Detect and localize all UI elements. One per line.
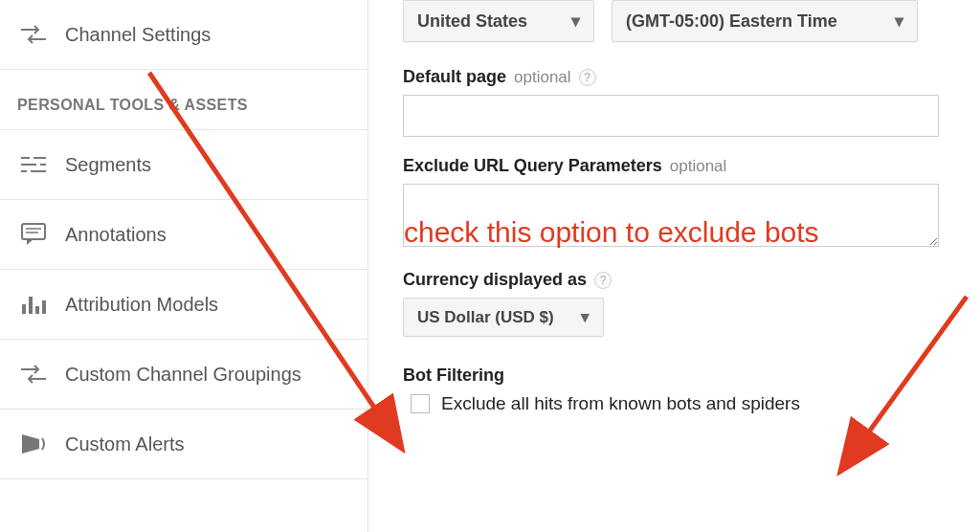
sidebar-item-custom-channel-groupings[interactable]: Custom Channel Groupings <box>0 340 368 410</box>
svg-rect-18 <box>22 440 26 448</box>
optional-text: optional <box>514 68 571 87</box>
svg-marker-9 <box>27 239 33 245</box>
sidebar-item-label: Custom Channel Groupings <box>65 364 301 386</box>
svg-rect-15 <box>42 300 46 314</box>
custom-channel-groupings-icon <box>17 361 50 388</box>
channel-settings-icon <box>17 21 50 48</box>
annotations-icon <box>17 221 50 248</box>
exclude-url-label: Exclude URL Query Parameters <box>403 156 662 176</box>
svg-rect-14 <box>35 306 39 314</box>
sidebar-item-segments[interactable]: Segments <box>0 130 368 200</box>
timezone-dropdown[interactable]: (GMT-05:00) Eastern Time ▾ <box>612 0 918 42</box>
segments-icon <box>17 151 50 178</box>
help-icon[interactable]: ? <box>594 272 612 289</box>
custom-alerts-icon <box>17 431 50 457</box>
sidebar: Channel Settings PERSONAL TOOLS & ASSETS… <box>0 0 368 532</box>
sidebar-item-label: Custom Alerts <box>65 433 184 455</box>
chevron-down-icon: ▾ <box>571 11 580 32</box>
sidebar-item-attribution-models[interactable]: Attribution Models <box>0 270 368 340</box>
sidebar-item-label: Annotations <box>65 224 167 246</box>
svg-rect-12 <box>22 304 26 314</box>
default-page-input[interactable] <box>403 95 939 137</box>
optional-text: optional <box>670 157 727 176</box>
bot-filtering-checkbox-label: Exclude all hits from known bots and spi… <box>441 393 800 414</box>
bot-filtering-checkbox[interactable] <box>411 394 430 413</box>
country-dropdown-value: United States <box>417 11 527 32</box>
default-page-group: Default page optional ? <box>403 67 961 137</box>
currency-dropdown[interactable]: US Dollar (USD $) ▾ <box>403 298 604 337</box>
svg-rect-13 <box>29 297 33 314</box>
default-page-label: Default page <box>403 67 506 87</box>
sidebar-item-label: Channel Settings <box>65 24 211 46</box>
sidebar-item-label: Segments <box>65 154 151 176</box>
annotation-text: check this option to exclude bots <box>404 214 940 251</box>
svg-rect-8 <box>22 224 45 239</box>
currency-group: Currency displayed as ? US Dollar (USD $… <box>403 270 961 337</box>
sidebar-item-custom-alerts[interactable]: Custom Alerts <box>0 410 368 479</box>
attribution-models-icon <box>17 291 50 318</box>
currency-label: Currency displayed as <box>403 270 587 290</box>
sidebar-item-channel-settings[interactable]: Channel Settings <box>0 0 368 70</box>
sidebar-item-annotations[interactable]: Annotations <box>0 200 368 270</box>
sidebar-item-label: Attribution Models <box>65 294 218 316</box>
bot-filtering-label: Bot Filtering <box>403 366 504 386</box>
country-dropdown[interactable]: United States ▾ <box>403 0 594 42</box>
chevron-down-icon: ▾ <box>581 307 590 327</box>
chevron-down-icon: ▾ <box>895 11 903 32</box>
help-icon[interactable]: ? <box>579 69 596 86</box>
timezone-dropdown-value: (GMT-05:00) Eastern Time <box>626 11 837 32</box>
currency-dropdown-value: US Dollar (USD $) <box>417 308 554 327</box>
main-panel: United States ▾ (GMT-05:00) Eastern Time… <box>368 0 980 532</box>
sidebar-section-header: PERSONAL TOOLS & ASSETS <box>0 70 368 130</box>
bot-filtering-group: Bot Filtering Exclude all hits from know… <box>403 366 961 414</box>
